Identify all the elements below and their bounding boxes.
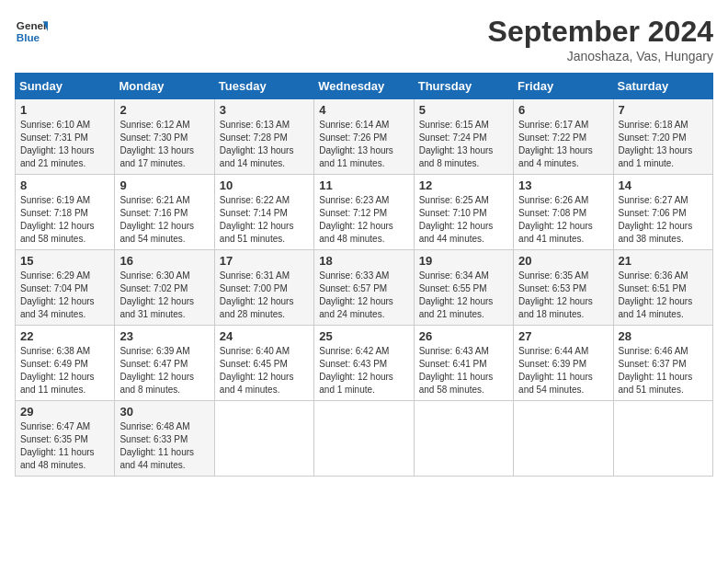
calendar-cell: 25Sunrise: 6:42 AM Sunset: 6:43 PM Dayli…	[314, 326, 414, 401]
day-info: Sunrise: 6:38 AM Sunset: 6:49 PM Dayligh…	[20, 345, 109, 396]
weekday-monday: Monday	[115, 74, 214, 99]
day-number: 10	[220, 178, 309, 192]
calendar-cell: 13Sunrise: 6:26 AM Sunset: 7:08 PM Dayli…	[514, 175, 613, 250]
calendar-cell	[514, 401, 613, 477]
day-number: 14	[619, 178, 708, 192]
day-info: Sunrise: 6:22 AM Sunset: 7:14 PM Dayligh…	[220, 194, 309, 246]
day-info: Sunrise: 6:48 AM Sunset: 6:33 PM Dayligh…	[119, 420, 209, 472]
weekday-saturday: Saturday	[613, 74, 712, 99]
day-info: Sunrise: 6:19 AM Sunset: 7:18 PM Dayligh…	[20, 194, 109, 246]
calendar-cell: 14Sunrise: 6:27 AM Sunset: 7:06 PM Dayli…	[613, 175, 712, 250]
day-info: Sunrise: 6:25 AM Sunset: 7:10 PM Dayligh…	[419, 194, 508, 246]
calendar-cell	[214, 401, 313, 477]
day-number: 25	[319, 329, 408, 343]
day-number: 8	[20, 178, 109, 192]
day-number: 4	[319, 103, 408, 117]
calendar-cell: 11Sunrise: 6:23 AM Sunset: 7:12 PM Dayli…	[314, 175, 414, 250]
day-number: 30	[119, 405, 209, 419]
day-info: Sunrise: 6:44 AM Sunset: 6:39 PM Dayligh…	[518, 345, 608, 396]
calendar-cell: 6Sunrise: 6:17 AM Sunset: 7:22 PM Daylig…	[514, 99, 613, 175]
calendar-cell: 22Sunrise: 6:38 AM Sunset: 6:49 PM Dayli…	[16, 326, 115, 401]
calendar-cell: 26Sunrise: 6:43 AM Sunset: 6:41 PM Dayli…	[414, 326, 513, 401]
day-info: Sunrise: 6:27 AM Sunset: 7:06 PM Dayligh…	[619, 194, 708, 246]
calendar-cell: 19Sunrise: 6:34 AM Sunset: 6:55 PM Dayli…	[414, 250, 513, 326]
logo: General Blue	[15, 15, 48, 48]
day-number: 1	[20, 103, 109, 117]
weekday-header-row: SundayMondayTuesdayWednesdayThursdayFrid…	[16, 74, 713, 99]
calendar-cell: 20Sunrise: 6:35 AM Sunset: 6:53 PM Dayli…	[514, 250, 613, 326]
day-info: Sunrise: 6:43 AM Sunset: 6:41 PM Dayligh…	[419, 345, 508, 396]
location-subtitle: Janoshaza, Vas, Hungary	[488, 49, 713, 63]
day-info: Sunrise: 6:34 AM Sunset: 6:55 PM Dayligh…	[419, 270, 508, 321]
day-info: Sunrise: 6:17 AM Sunset: 7:22 PM Dayligh…	[518, 119, 608, 170]
svg-text:Blue: Blue	[17, 31, 40, 43]
day-number: 29	[20, 405, 109, 419]
calendar-cell: 7Sunrise: 6:18 AM Sunset: 7:20 PM Daylig…	[613, 99, 712, 175]
calendar-week-2: 8Sunrise: 6:19 AM Sunset: 7:18 PM Daylig…	[16, 175, 713, 250]
day-number: 7	[619, 103, 708, 117]
weekday-thursday: Thursday	[414, 74, 513, 99]
day-info: Sunrise: 6:10 AM Sunset: 7:31 PM Dayligh…	[20, 119, 109, 170]
calendar-cell: 4Sunrise: 6:14 AM Sunset: 7:26 PM Daylig…	[314, 99, 414, 175]
day-number: 3	[220, 103, 309, 117]
calendar-body: 1Sunrise: 6:10 AM Sunset: 7:31 PM Daylig…	[16, 99, 713, 477]
calendar-week-5: 29Sunrise: 6:47 AM Sunset: 6:35 PM Dayli…	[16, 401, 713, 477]
day-number: 15	[20, 254, 109, 268]
day-info: Sunrise: 6:35 AM Sunset: 6:53 PM Dayligh…	[518, 270, 608, 321]
day-info: Sunrise: 6:15 AM Sunset: 7:24 PM Dayligh…	[419, 119, 508, 170]
weekday-tuesday: Tuesday	[214, 74, 313, 99]
calendar-cell: 10Sunrise: 6:22 AM Sunset: 7:14 PM Dayli…	[214, 175, 313, 250]
day-number: 2	[119, 103, 209, 117]
day-number: 17	[220, 254, 309, 268]
day-number: 9	[119, 178, 209, 192]
calendar-cell: 27Sunrise: 6:44 AM Sunset: 6:39 PM Dayli…	[514, 326, 613, 401]
day-number: 21	[619, 254, 708, 268]
calendar-cell: 3Sunrise: 6:13 AM Sunset: 7:28 PM Daylig…	[214, 99, 313, 175]
calendar-cell: 30Sunrise: 6:48 AM Sunset: 6:33 PM Dayli…	[115, 401, 214, 477]
calendar-cell: 16Sunrise: 6:30 AM Sunset: 7:02 PM Dayli…	[115, 250, 214, 326]
day-info: Sunrise: 6:13 AM Sunset: 7:28 PM Dayligh…	[220, 119, 309, 170]
day-info: Sunrise: 6:30 AM Sunset: 7:02 PM Dayligh…	[119, 270, 209, 321]
calendar-cell: 24Sunrise: 6:40 AM Sunset: 6:45 PM Dayli…	[214, 326, 313, 401]
day-info: Sunrise: 6:42 AM Sunset: 6:43 PM Dayligh…	[319, 345, 408, 396]
day-number: 16	[119, 254, 209, 268]
calendar-cell: 1Sunrise: 6:10 AM Sunset: 7:31 PM Daylig…	[16, 99, 115, 175]
calendar-week-4: 22Sunrise: 6:38 AM Sunset: 6:49 PM Dayli…	[16, 326, 713, 401]
calendar-cell: 2Sunrise: 6:12 AM Sunset: 7:30 PM Daylig…	[115, 99, 214, 175]
calendar-cell	[613, 401, 712, 477]
day-number: 18	[319, 254, 408, 268]
day-info: Sunrise: 6:23 AM Sunset: 7:12 PM Dayligh…	[319, 194, 408, 246]
day-info: Sunrise: 6:18 AM Sunset: 7:20 PM Dayligh…	[619, 119, 708, 170]
calendar-cell: 29Sunrise: 6:47 AM Sunset: 6:35 PM Dayli…	[16, 401, 115, 477]
calendar-cell: 15Sunrise: 6:29 AM Sunset: 7:04 PM Dayli…	[16, 250, 115, 326]
day-number: 26	[419, 329, 508, 343]
weekday-friday: Friday	[514, 74, 613, 99]
day-number: 23	[119, 329, 209, 343]
day-number: 27	[518, 329, 608, 343]
calendar-cell	[414, 401, 513, 477]
calendar-cell: 17Sunrise: 6:31 AM Sunset: 7:00 PM Dayli…	[214, 250, 313, 326]
calendar-cell: 28Sunrise: 6:46 AM Sunset: 6:37 PM Dayli…	[613, 326, 712, 401]
day-number: 6	[518, 103, 608, 117]
day-number: 20	[518, 254, 608, 268]
page-header: General Blue September 2024 Janoshaza, V…	[15, 15, 713, 63]
day-info: Sunrise: 6:46 AM Sunset: 6:37 PM Dayligh…	[619, 345, 708, 396]
day-number: 5	[419, 103, 508, 117]
day-info: Sunrise: 6:14 AM Sunset: 7:26 PM Dayligh…	[319, 119, 408, 170]
logo-icon: General Blue	[15, 15, 48, 48]
calendar-week-1: 1Sunrise: 6:10 AM Sunset: 7:31 PM Daylig…	[16, 99, 713, 175]
calendar-cell: 23Sunrise: 6:39 AM Sunset: 6:47 PM Dayli…	[115, 326, 214, 401]
day-info: Sunrise: 6:26 AM Sunset: 7:08 PM Dayligh…	[518, 194, 608, 246]
calendar-cell: 12Sunrise: 6:25 AM Sunset: 7:10 PM Dayli…	[414, 175, 513, 250]
day-info: Sunrise: 6:31 AM Sunset: 7:00 PM Dayligh…	[220, 270, 309, 321]
month-title: September 2024	[488, 15, 713, 49]
svg-text:General: General	[17, 19, 48, 31]
day-info: Sunrise: 6:33 AM Sunset: 6:57 PM Dayligh…	[319, 270, 408, 321]
calendar-cell: 18Sunrise: 6:33 AM Sunset: 6:57 PM Dayli…	[314, 250, 414, 326]
calendar-cell: 21Sunrise: 6:36 AM Sunset: 6:51 PM Dayli…	[613, 250, 712, 326]
day-info: Sunrise: 6:21 AM Sunset: 7:16 PM Dayligh…	[119, 194, 209, 246]
day-info: Sunrise: 6:36 AM Sunset: 6:51 PM Dayligh…	[619, 270, 708, 321]
calendar-cell: 9Sunrise: 6:21 AM Sunset: 7:16 PM Daylig…	[115, 175, 214, 250]
calendar-cell: 8Sunrise: 6:19 AM Sunset: 7:18 PM Daylig…	[16, 175, 115, 250]
day-info: Sunrise: 6:12 AM Sunset: 7:30 PM Dayligh…	[119, 119, 209, 170]
